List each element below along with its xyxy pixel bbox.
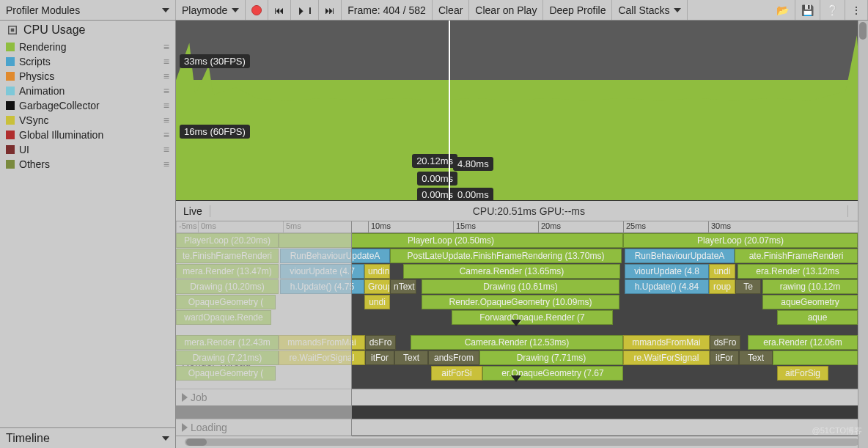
color-swatch xyxy=(6,87,15,95)
color-swatch xyxy=(6,145,15,154)
category-label: UI xyxy=(19,144,29,155)
live-toggle[interactable]: Live xyxy=(176,205,210,217)
drag-handle-icon[interactable]: ≡ xyxy=(163,56,168,67)
category-label: Others xyxy=(19,158,50,170)
playmode-dropdown[interactable]: Playmode xyxy=(176,0,246,20)
drag-handle-icon[interactable]: ≡ xyxy=(163,70,168,82)
timeline-bar[interactable]: roup xyxy=(709,279,735,294)
timeline-bar[interactable]: nText xyxy=(390,279,416,294)
profiler-modules-dropdown[interactable]: Profiler Modules xyxy=(0,0,176,20)
category-animation[interactable]: Animation≡ xyxy=(0,84,175,98)
cursor-left-0: 20.12ms xyxy=(412,154,457,168)
timeline-bar[interactable]: Drawing (7.71ms) xyxy=(479,350,623,365)
drag-handle-icon[interactable]: ≡ xyxy=(163,158,168,170)
timeline-bar[interactable]: undi xyxy=(709,264,735,279)
timeline-bar[interactable]: aitForSi xyxy=(431,366,482,381)
category-vsync[interactable]: VSync≡ xyxy=(0,113,175,128)
category-rendering[interactable]: Rendering≡ xyxy=(0,40,175,54)
cpu-chart[interactable]: 33ms (30FPS) 16ms (60FPS) 20.12ms 0.00ms… xyxy=(176,21,868,201)
step-back-icon: ⏵∣ xyxy=(297,4,312,16)
deep-profile-toggle[interactable]: Deep Profile xyxy=(543,0,612,20)
category-global-illumination[interactable]: Global Illumination≡ xyxy=(0,128,175,142)
timeline-bar[interactable]: Render.OpaqueGeometry (10.09ms) xyxy=(422,295,619,309)
timeline-view[interactable]: -5ms0ms5ms10ms15ms20ms25ms30ms Main Thre… xyxy=(176,221,868,436)
prev-frame-button[interactable]: ⏵∣ xyxy=(291,0,319,20)
timeline-bar[interactable]: Camera.Render (12.53ms) xyxy=(411,335,623,350)
timeline-bar[interactable]: Camera.Render (13.65ms) xyxy=(403,264,620,279)
save-button[interactable]: 💾 xyxy=(795,0,820,20)
timeline-bar[interactable]: mmandsFromMai xyxy=(623,335,710,350)
kebab-icon: ⋮ xyxy=(851,4,861,16)
folder-open-icon: 📂 xyxy=(776,4,789,16)
category-scripts[interactable]: Scripts≡ xyxy=(0,54,175,69)
drag-handle-icon[interactable]: ≡ xyxy=(163,41,168,53)
timeline-bar[interactable]: aqueGeometry xyxy=(762,295,858,309)
clear-button[interactable]: Clear xyxy=(433,0,469,20)
timeline-bar[interactable]: Te xyxy=(735,279,761,294)
call-stacks-dropdown[interactable]: Call Stacks xyxy=(612,0,688,20)
timeline-bar[interactable]: aitForSig xyxy=(777,366,828,381)
cpu-gpu-info: CPU:20.51ms GPU:--ms xyxy=(210,205,847,217)
timeline-bar[interactable]: itFor xyxy=(365,350,394,365)
cpu-usage-header[interactable]: CPU Usage xyxy=(0,21,175,40)
timeline-bar[interactable]: era.Render (13.12ms xyxy=(738,264,858,279)
record-button[interactable] xyxy=(246,0,268,20)
timeline-bar[interactable]: undin xyxy=(364,264,390,279)
clear-on-play-toggle[interactable]: Clear on Play xyxy=(469,0,543,20)
color-swatch xyxy=(6,43,15,51)
timeline-bar[interactable]: er.OpaqueGeometry (7.67 xyxy=(482,366,623,381)
timeline-bar[interactable]: re.WaitForSignal xyxy=(623,350,710,365)
category-label: VSync xyxy=(19,114,48,126)
svg-rect-1 xyxy=(11,29,15,32)
chevron-down-icon xyxy=(232,8,239,12)
drag-handle-icon[interactable]: ≡ xyxy=(163,85,168,97)
category-label: Scripts xyxy=(19,56,51,67)
chevron-down-icon xyxy=(674,8,681,12)
kebab-menu[interactable]: ⋮ xyxy=(845,0,868,20)
timeline-bar[interactable]: PlayerLoop (20.07ms) xyxy=(623,233,858,248)
vertical-scrollbar[interactable] xyxy=(858,21,868,448)
category-others[interactable]: Others≡ xyxy=(0,157,175,172)
category-ui[interactable]: UI≡ xyxy=(0,142,175,157)
timeline-bar[interactable]: rawing (10.12m xyxy=(762,279,858,294)
next-frame-button[interactable]: ⏭ xyxy=(319,0,342,20)
timeline-bar[interactable]: dsFro xyxy=(710,335,740,350)
category-garbagecollector[interactable]: GarbageCollector≡ xyxy=(0,98,175,113)
drag-handle-icon[interactable]: ≡ xyxy=(163,144,168,155)
category-physics[interactable]: Physics≡ xyxy=(0,69,175,84)
help-icon: ❔ xyxy=(826,4,839,16)
timeline-bar[interactable]: dsFro xyxy=(365,335,396,350)
timeline-bar[interactable]: andsFrom xyxy=(428,350,479,365)
timeline-bar[interactable]: ate.FinishFrameRenderi xyxy=(735,249,858,263)
sidebar: CPU Usage Rendering≡Scripts≡Physics≡Anim… xyxy=(0,21,176,448)
timeline-bar[interactable] xyxy=(773,350,858,365)
expand-down-icon[interactable] xyxy=(511,375,521,382)
expand-down-icon[interactable] xyxy=(511,320,521,326)
playmode-label: Playmode xyxy=(182,4,227,16)
timeline-bar[interactable]: itFor xyxy=(710,350,739,365)
open-button[interactable]: 📂 xyxy=(770,0,795,20)
view-selector-dropdown[interactable]: Timeline xyxy=(0,427,175,448)
drag-handle-icon[interactable]: ≡ xyxy=(163,114,168,126)
color-swatch xyxy=(6,57,15,66)
view-selector-label: Timeline xyxy=(6,432,50,445)
drag-handle-icon[interactable]: ≡ xyxy=(163,100,168,111)
drag-handle-icon[interactable]: ≡ xyxy=(163,129,168,141)
timeline-bar[interactable]: aque xyxy=(777,310,858,325)
timeline-bar[interactable]: Drawing (10.61ms) xyxy=(422,279,619,294)
timeline-bar[interactable]: h.Update() (4.84 xyxy=(625,279,709,294)
timeline-bar[interactable]: Text xyxy=(739,350,773,365)
timeline-bar[interactable]: undi xyxy=(364,295,390,309)
timeline-bar[interactable]: Group xyxy=(364,279,390,294)
timeline-bar[interactable]: RunBehaviourUpdateA xyxy=(625,249,735,263)
timeline-bar[interactable]: era.Render (12.06m xyxy=(748,335,858,350)
cursor-left-2: 0.00ms xyxy=(417,188,457,201)
horizontal-scrollbar[interactable] xyxy=(176,436,868,448)
help-button[interactable]: ❔ xyxy=(820,0,845,20)
timeline-bar[interactable]: ForwardOpaque.Render (7 xyxy=(452,310,613,325)
timeline-bar[interactable]: PostLateUpdate.FinishFrameRendering (13.… xyxy=(390,249,622,263)
timeline-bar[interactable]: viourUpdate (4.8 xyxy=(625,264,709,279)
timeline-bar[interactable]: Text xyxy=(394,350,428,365)
category-label: Global Illumination xyxy=(19,129,103,141)
first-frame-button[interactable]: ⏮ xyxy=(268,0,291,20)
